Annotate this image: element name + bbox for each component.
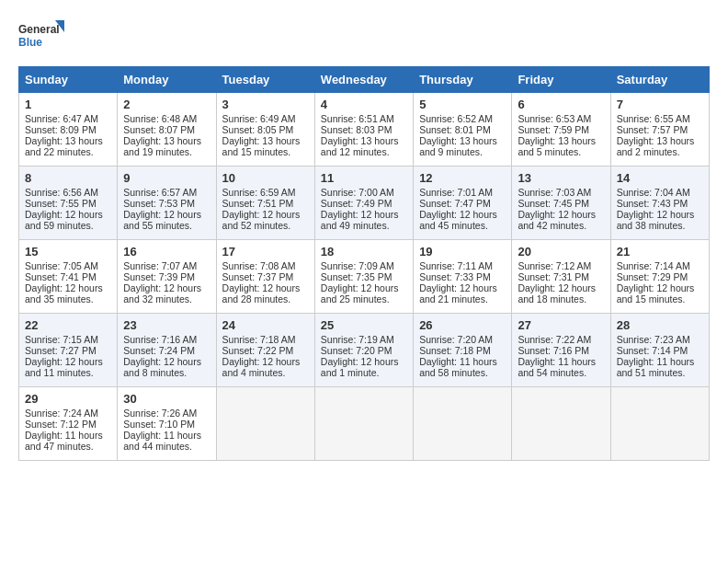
calendar-cell	[512, 387, 610, 461]
day-info: Sunrise: 7:22 AM	[518, 334, 604, 345]
day-number: 27	[518, 318, 604, 332]
header-day-friday: Friday	[512, 67, 610, 93]
day-info: and 2 minutes.	[617, 146, 703, 157]
day-number: 7	[617, 98, 703, 111]
calendar-cell: 16Sunrise: 7:07 AMSunset: 7:39 PMDayligh…	[118, 240, 216, 314]
day-info: Daylight: 13 hours	[25, 135, 111, 146]
day-info: Sunset: 7:12 PM	[25, 419, 111, 430]
calendar-cell: 5Sunrise: 6:52 AMSunset: 8:01 PMDaylight…	[414, 93, 512, 167]
calendar-cell: 8Sunrise: 6:56 AMSunset: 7:55 PMDaylight…	[19, 167, 118, 240]
day-info: and 59 minutes.	[25, 220, 111, 231]
day-info: and 54 minutes.	[518, 367, 604, 378]
calendar-table: SundayMondayTuesdayWednesdayThursdayFrid…	[18, 66, 710, 461]
day-info: and 21 minutes.	[419, 293, 506, 304]
calendar-cell: 12Sunrise: 7:01 AMSunset: 7:47 PMDayligh…	[414, 167, 512, 240]
calendar-cell: 10Sunrise: 6:59 AMSunset: 7:51 PMDayligh…	[216, 167, 314, 240]
day-number: 18	[321, 245, 407, 259]
calendar-cell: 3Sunrise: 6:49 AMSunset: 8:05 PMDaylight…	[216, 93, 314, 167]
day-info: and 8 minutes.	[123, 367, 210, 378]
day-info: Daylight: 12 hours	[222, 209, 309, 220]
day-info: and 15 minutes.	[617, 293, 703, 304]
calendar-cell	[414, 387, 512, 461]
calendar-cell: 23Sunrise: 7:16 AMSunset: 7:24 PMDayligh…	[118, 314, 216, 387]
day-info: Daylight: 12 hours	[25, 209, 111, 220]
day-info: Sunset: 7:41 PM	[25, 271, 111, 282]
day-info: Sunrise: 7:08 AM	[222, 260, 309, 271]
day-info: Daylight: 11 hours	[25, 430, 111, 441]
day-info: Sunset: 7:18 PM	[419, 345, 506, 356]
day-info: Daylight: 12 hours	[518, 282, 604, 293]
day-info: Sunrise: 7:12 AM	[518, 260, 604, 271]
day-info: Sunset: 7:51 PM	[222, 198, 309, 209]
day-info: Daylight: 11 hours	[617, 356, 703, 367]
day-info: Sunrise: 6:57 AM	[123, 187, 210, 198]
day-info: and 47 minutes.	[25, 441, 111, 452]
day-info: Sunrise: 7:01 AM	[419, 187, 506, 198]
day-info: and 19 minutes.	[123, 146, 210, 157]
day-info: and 11 minutes.	[25, 367, 111, 378]
day-info: Sunrise: 7:15 AM	[25, 334, 111, 345]
day-number: 11	[321, 171, 407, 185]
day-number: 22	[25, 318, 111, 332]
day-info: and 35 minutes.	[25, 293, 111, 304]
calendar-row: 15Sunrise: 7:05 AMSunset: 7:41 PMDayligh…	[19, 240, 710, 314]
day-number: 15	[25, 245, 111, 259]
day-info: Sunset: 7:29 PM	[617, 271, 703, 282]
day-info: Sunrise: 7:16 AM	[123, 334, 210, 345]
day-info: and 51 minutes.	[617, 367, 703, 378]
day-info: Daylight: 13 hours	[617, 135, 703, 146]
calendar-cell: 17Sunrise: 7:08 AMSunset: 7:37 PMDayligh…	[216, 240, 314, 314]
calendar-cell: 30Sunrise: 7:26 AMSunset: 7:10 PMDayligh…	[118, 387, 216, 461]
day-number: 13	[518, 171, 604, 185]
calendar-cell: 20Sunrise: 7:12 AMSunset: 7:31 PMDayligh…	[512, 240, 610, 314]
calendar-cell	[216, 387, 314, 461]
calendar-row: 22Sunrise: 7:15 AMSunset: 7:27 PMDayligh…	[19, 314, 710, 387]
day-info: and 55 minutes.	[123, 220, 210, 231]
day-info: Daylight: 12 hours	[419, 282, 506, 293]
svg-text:General: General	[18, 23, 60, 36]
day-number: 17	[222, 245, 309, 259]
calendar-cell: 6Sunrise: 6:53 AMSunset: 7:59 PMDaylight…	[512, 93, 610, 167]
header-day-monday: Monday	[118, 67, 216, 93]
day-number: 28	[617, 318, 703, 332]
day-info: Daylight: 12 hours	[25, 282, 111, 293]
day-info: Daylight: 12 hours	[518, 209, 604, 220]
day-info: Sunset: 7:14 PM	[617, 345, 703, 356]
day-info: Daylight: 12 hours	[25, 356, 111, 367]
calendar-cell: 29Sunrise: 7:24 AMSunset: 7:12 PMDayligh…	[19, 387, 118, 461]
calendar-cell: 7Sunrise: 6:55 AMSunset: 7:57 PMDaylight…	[610, 93, 709, 167]
day-info: Sunrise: 7:07 AM	[123, 260, 210, 271]
day-info: Sunrise: 7:04 AM	[617, 187, 703, 198]
day-info: Sunset: 7:53 PM	[123, 198, 210, 209]
header-row: SundayMondayTuesdayWednesdayThursdayFrid…	[19, 67, 710, 93]
header-day-wednesday: Wednesday	[314, 67, 413, 93]
day-number: 2	[123, 98, 210, 111]
day-info: Sunrise: 7:18 AM	[222, 334, 309, 345]
day-info: and 25 minutes.	[321, 293, 407, 304]
calendar-cell: 2Sunrise: 6:48 AMSunset: 8:07 PMDaylight…	[118, 93, 216, 167]
day-info: and 44 minutes.	[123, 441, 210, 452]
day-number: 1	[25, 98, 111, 111]
day-info: and 38 minutes.	[617, 220, 703, 231]
logo-svg: General Blue	[18, 18, 64, 57]
calendar-cell: 15Sunrise: 7:05 AMSunset: 7:41 PMDayligh…	[19, 240, 118, 314]
calendar-cell: 14Sunrise: 7:04 AMSunset: 7:43 PMDayligh…	[610, 167, 709, 240]
svg-text:Blue: Blue	[18, 36, 42, 49]
day-info: Sunrise: 6:51 AM	[321, 113, 407, 124]
day-info: Sunset: 8:01 PM	[419, 124, 506, 135]
day-number: 14	[617, 171, 703, 185]
day-info: Daylight: 11 hours	[123, 430, 210, 441]
day-info: Sunrise: 7:00 AM	[321, 187, 407, 198]
day-info: Sunset: 7:39 PM	[123, 271, 210, 282]
day-info: Daylight: 12 hours	[617, 282, 703, 293]
day-info: Sunset: 7:27 PM	[25, 345, 111, 356]
day-info: and 42 minutes.	[518, 220, 604, 231]
day-info: Daylight: 13 hours	[222, 135, 309, 146]
day-info: and 4 minutes.	[222, 367, 309, 378]
day-info: Sunrise: 7:19 AM	[321, 334, 407, 345]
day-info: Sunset: 7:57 PM	[617, 124, 703, 135]
day-info: and 12 minutes.	[321, 146, 407, 157]
day-info: Sunrise: 6:59 AM	[222, 187, 309, 198]
day-info: Sunrise: 6:55 AM	[617, 113, 703, 124]
calendar-cell: 22Sunrise: 7:15 AMSunset: 7:27 PMDayligh…	[19, 314, 118, 387]
